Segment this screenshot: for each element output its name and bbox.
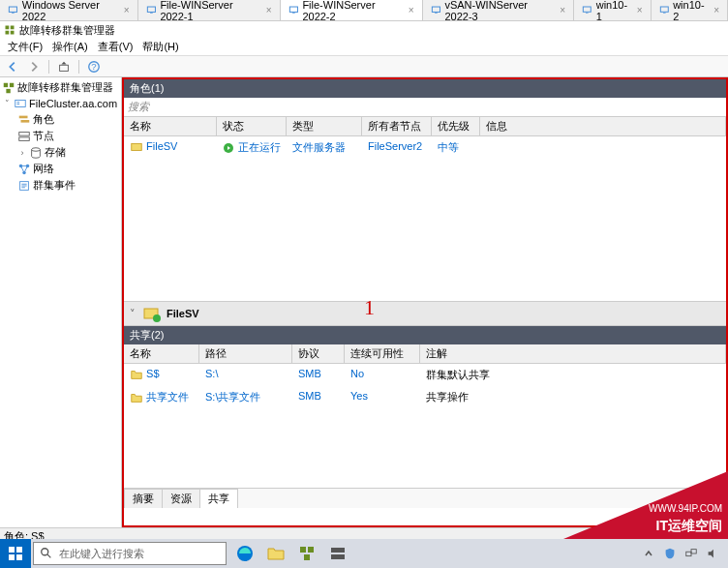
- menu-action[interactable]: 操作(A): [48, 40, 92, 54]
- tree-root[interactable]: 故障转移群集管理器: [2, 79, 119, 96]
- tray-shield-icon[interactable]: [662, 546, 678, 561]
- roles-header-text: 角色(1): [130, 81, 164, 96]
- col-info[interactable]: 信息: [480, 117, 726, 135]
- vm-tab-label: Windows Server 2022: [22, 0, 116, 22]
- tab-summary[interactable]: 摘要: [124, 489, 163, 508]
- vm-tab-0[interactable]: Windows Server 2022 ×: [0, 0, 138, 20]
- vm-tab-3[interactable]: vSAN-WINServer 2022-3 ×: [423, 0, 575, 20]
- svg-rect-8: [583, 6, 591, 11]
- col-share-name[interactable]: 名称: [124, 344, 199, 363]
- svg-point-37: [153, 314, 161, 322]
- roles-panel-header: 角色(1): [124, 79, 726, 98]
- window-title: 故障转移群集管理器: [19, 23, 115, 38]
- close-icon[interactable]: ×: [713, 5, 719, 15]
- svg-rect-46: [304, 554, 310, 560]
- cluster-manager-icon: [2, 81, 15, 95]
- start-button[interactable]: [0, 539, 31, 568]
- taskbar: 在此键入进行搜索: [0, 539, 728, 568]
- col-priority[interactable]: 优先级: [432, 117, 480, 135]
- share-row[interactable]: 共享文件 S:\共享文件 SMB Yes 共享操作: [124, 386, 726, 408]
- menu-file[interactable]: 文件(F): [4, 40, 46, 54]
- svg-point-29: [32, 147, 41, 151]
- close-icon[interactable]: ×: [560, 5, 565, 15]
- cluster-app-icon[interactable]: [292, 539, 321, 568]
- tree-nodes[interactable]: 节点: [17, 128, 119, 144]
- share-row[interactable]: S$ S:\ SMB No 群集默认共享: [124, 364, 726, 386]
- close-icon[interactable]: ×: [124, 5, 130, 15]
- col-share-continuous[interactable]: 连续可用性: [345, 344, 420, 363]
- vm-tab-label: win10-1: [596, 0, 629, 22]
- vm-tab-1[interactable]: File-WINServer 2022-1 ×: [138, 0, 281, 20]
- svg-rect-39: [16, 547, 22, 553]
- expand-icon[interactable]: ›: [17, 148, 27, 158]
- nav-tree: 故障转移群集管理器 ˅ FileCluster.aa.com 角色 节点 › 存…: [0, 77, 122, 527]
- close-icon[interactable]: ×: [409, 5, 414, 15]
- svg-rect-21: [6, 88, 10, 92]
- col-share-note[interactable]: 注解: [420, 344, 726, 363]
- role-priority: 中等: [432, 138, 480, 157]
- tree-networks[interactable]: 网络: [17, 161, 119, 177]
- col-share-path[interactable]: 路径: [199, 344, 292, 363]
- svg-rect-14: [6, 31, 10, 35]
- tray-network-icon[interactable]: [683, 546, 699, 561]
- system-tray: [641, 546, 728, 561]
- tree-storage-label: 存储: [45, 145, 66, 160]
- svg-rect-20: [10, 82, 14, 86]
- chevron-down-icon[interactable]: ˅: [130, 308, 136, 320]
- role-row[interactable]: FileSV 正在运行 文件服务器 FileServer2 中等: [124, 136, 726, 159]
- vm-tab-2[interactable]: File-WINServer 2022-2 ×: [281, 0, 423, 20]
- content-pane: 1 角色(1) 搜索 名称 状态 类型 所有者节点 优先级 信息 FileSV …: [122, 77, 728, 527]
- nodes-icon: [17, 130, 31, 143]
- collapse-icon[interactable]: ˅: [2, 99, 12, 108]
- col-status[interactable]: 状态: [217, 117, 287, 135]
- edge-icon[interactable]: [230, 539, 259, 568]
- svg-rect-19: [4, 82, 8, 86]
- taskbar-search[interactable]: 在此键入进行搜索: [33, 542, 227, 565]
- svg-rect-47: [331, 548, 345, 553]
- share-note: 群集默认共享: [420, 366, 726, 384]
- fileserver-icon: [141, 304, 161, 323]
- svg-rect-34: [132, 144, 142, 151]
- window-title-bar: 故障转移群集管理器: [0, 21, 728, 39]
- detail-name: FileSV: [167, 308, 199, 319]
- forward-button[interactable]: [25, 58, 43, 75]
- svg-rect-15: [11, 31, 15, 35]
- tree-events-label: 群集事件: [33, 178, 76, 193]
- col-share-protocol[interactable]: 协议: [292, 344, 345, 363]
- share-continuous: No: [345, 366, 420, 384]
- tree-cluster[interactable]: ˅ FileCluster.aa.com: [2, 96, 119, 111]
- help-button[interactable]: ?: [85, 58, 103, 75]
- vm-tab-bar: Windows Server 2022 × File-WINServer 202…: [0, 0, 728, 21]
- share-name: S$: [146, 368, 159, 379]
- tab-resources[interactable]: 资源: [162, 489, 200, 508]
- role-type: 文件服务器: [287, 138, 362, 157]
- tree-storage[interactable]: › 存储: [17, 144, 119, 161]
- vm-tab-label: File-WINServer 2022-1: [160, 0, 258, 22]
- explorer-icon[interactable]: [261, 539, 290, 568]
- vm-tab-5[interactable]: win10-2 ×: [652, 0, 728, 20]
- svg-rect-4: [289, 7, 297, 12]
- svg-rect-12: [6, 26, 10, 30]
- menu-bar: 文件(F) 操作(A) 查看(V) 帮助(H): [0, 39, 728, 56]
- col-type[interactable]: 类型: [287, 117, 362, 135]
- col-owner[interactable]: 所有者节点: [362, 117, 432, 135]
- close-icon[interactable]: ×: [266, 5, 272, 15]
- menu-help[interactable]: 帮助(H): [138, 40, 182, 54]
- svg-rect-3: [150, 13, 153, 14]
- folder-icon: [130, 391, 143, 404]
- tray-up-icon[interactable]: [641, 546, 656, 561]
- menu-view[interactable]: 查看(V): [94, 40, 137, 54]
- tab-shares[interactable]: 共享: [199, 489, 238, 508]
- search-row[interactable]: 搜索: [124, 98, 726, 117]
- tray-volume-icon[interactable]: [705, 546, 720, 561]
- monitor-icon: [659, 5, 670, 16]
- tree-events[interactable]: 群集事件: [17, 177, 119, 194]
- server-manager-icon[interactable]: [323, 539, 352, 568]
- close-icon[interactable]: ×: [637, 5, 643, 15]
- vm-tab-4[interactable]: win10-1 ×: [574, 0, 651, 20]
- back-button[interactable]: [4, 58, 21, 75]
- col-name[interactable]: 名称: [124, 117, 217, 135]
- tree-roles[interactable]: 角色: [17, 111, 119, 128]
- up-button[interactable]: [55, 58, 73, 75]
- shares-panel-header: 共享(2): [124, 326, 726, 344]
